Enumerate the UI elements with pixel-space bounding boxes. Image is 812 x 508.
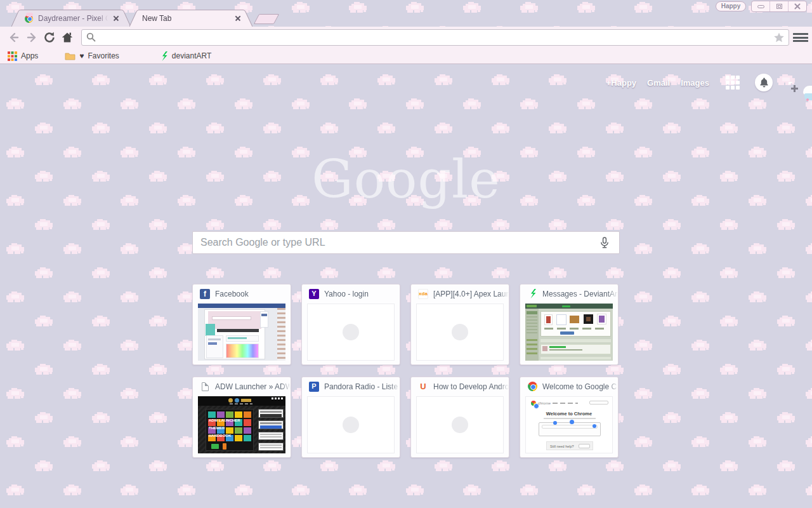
tab-strip: Daydreamer - Pixel Cutie C New Tab [0,10,812,27]
tile-header: Messages - DeviantArt [520,284,618,303]
tile-title: Messages - DeviantArt [542,290,618,298]
google-apps-launcher[interactable] [725,75,740,90]
loading-placeholder [452,417,468,433]
pandora-icon: P [309,382,319,392]
reload-icon [43,30,56,44]
loading-placeholder [343,417,359,433]
maximize-icon [776,4,782,9]
tile-thumbnail [307,396,395,453]
tile-header: UHow to Develop Andro [411,377,509,396]
apps-grid-icon [8,51,17,61]
page-icon [202,382,209,391]
google-watermark-logo: Google [0,154,812,206]
window-titlebar: Happy [0,0,812,10]
reload-button[interactable] [41,29,58,46]
search-icon [86,32,97,43]
tile-thumbnail: ADW LAUNCHER THEMER HANDBOOK [198,396,285,453]
deviantart-label: deviantART [172,51,211,60]
tab-close-icon[interactable] [112,14,121,23]
loading-placeholder [452,324,468,340]
close-icon [794,3,801,10]
tile-thumbnail [307,304,395,361]
favorites-folder[interactable]: ♥ Favorites [62,50,121,62]
facebook-icon: f [200,289,210,299]
tile-favicon: U [418,382,428,392]
forward-icon [25,30,39,44]
most-visited-tile[interactable]: Welcome to Google C chrome Welcome to Ch… [520,377,619,458]
tile-favicon [527,382,537,392]
minimize-button[interactable] [752,1,769,11]
browser-toolbar [0,27,812,48]
window-caption-badge: Happy [716,1,746,11]
most-visited-tile[interactable]: ADW Launcher » ADW ADW LAUNCHER THEMER H… [192,377,291,458]
apps-label: Apps [21,51,38,60]
bookmark-star-icon[interactable] [773,32,785,43]
tile-favicon [200,382,210,392]
tile-title: Yahoo - login [324,290,400,298]
tab-title: Daydreamer - Pixel Cutie C [38,14,108,23]
apps-grid-icon [725,75,740,90]
forward-button[interactable] [23,29,41,46]
tile-header: fFacebook [193,284,291,303]
loading-placeholder [343,324,359,340]
notifications-button[interactable] [755,74,773,91]
deviantart-bookmark[interactable]: deviantART [157,50,214,62]
most-visited-tile[interactable]: PPandora Radio - Liste [301,377,400,458]
tile-thumbnail [198,304,285,361]
ntp-search-input[interactable] [200,237,599,248]
maximize-button[interactable] [769,1,788,11]
tile-title: ADW Launcher » ADW [215,382,291,391]
ntp-header-links: +Happy Gmail Images [606,74,801,91]
daydreamer-favicon [24,13,34,23]
tab-close-icon[interactable] [233,14,242,23]
images-link[interactable]: Images [681,78,709,88]
menu-button[interactable] [793,31,808,44]
most-visited-grid: fFacebook YYahoo - loginxda[APP][4.0+] A… [192,284,620,458]
tile-header: xda[APP][4.0+] Apex Laun [411,284,509,303]
bookmarks-bar: Apps ♥ Favorites deviantART [0,48,812,64]
address-input[interactable] [97,33,773,43]
heart-icon: ♥ [79,52,84,60]
tile-thumbnail [525,304,613,361]
tile-title: How to Develop Andro [433,382,509,391]
back-button[interactable] [5,29,23,46]
tile-header: YYahoo - login [302,284,400,303]
tab-new-tab[interactable]: New Tab [129,10,252,27]
tile-header: Welcome to Google C [520,377,618,396]
new-tab-page: +Happy Gmail Images [0,65,812,508]
deviantart-icon [160,51,168,61]
tile-thumbnail: chrome Welcome to Chrome Still need help… [525,396,613,453]
folder-icon [65,52,75,60]
plus-profile-link[interactable]: +Happy [606,78,636,88]
new-tab-button[interactable] [254,14,280,24]
tile-thumbnail [416,396,504,453]
tile-header: PPandora Radio - Liste [302,377,400,396]
close-button[interactable] [788,1,806,11]
tile-favicon: f [200,289,210,299]
tab-title: New Tab [142,14,230,23]
tile-favicon: Y [309,289,319,299]
deviantart-icon [528,289,537,298]
tile-thumbnail [416,304,504,361]
most-visited-tile[interactable]: fFacebook [192,284,291,365]
most-visited-tile[interactable]: xda[APP][4.0+] Apex Laun [410,284,509,365]
bell-icon [759,77,769,88]
most-visited-tile[interactable]: Messages - DeviantArt [520,284,619,365]
home-button[interactable] [58,29,76,46]
apps-shortcut[interactable]: Apps [5,50,41,62]
gmail-link[interactable]: Gmail [647,78,670,88]
home-icon [60,30,74,44]
ntp-search-box [192,231,620,254]
tile-title: [APP][4.0+] Apex Laun [433,290,509,298]
omnibox [81,29,789,46]
favorites-label: Favorites [88,51,119,60]
tab-daydreamer[interactable]: Daydreamer - Pixel Cutie C [11,10,131,27]
tile-favicon [527,289,537,299]
most-visited-tile[interactable]: UHow to Develop Andro [410,377,509,458]
minimize-icon [757,5,764,8]
microphone-icon [599,237,610,249]
voice-search-button[interactable] [599,236,613,250]
most-visited-tile[interactable]: YYahoo - login [301,284,400,365]
tile-title: Facebook [215,290,291,298]
window-controls [751,1,807,12]
